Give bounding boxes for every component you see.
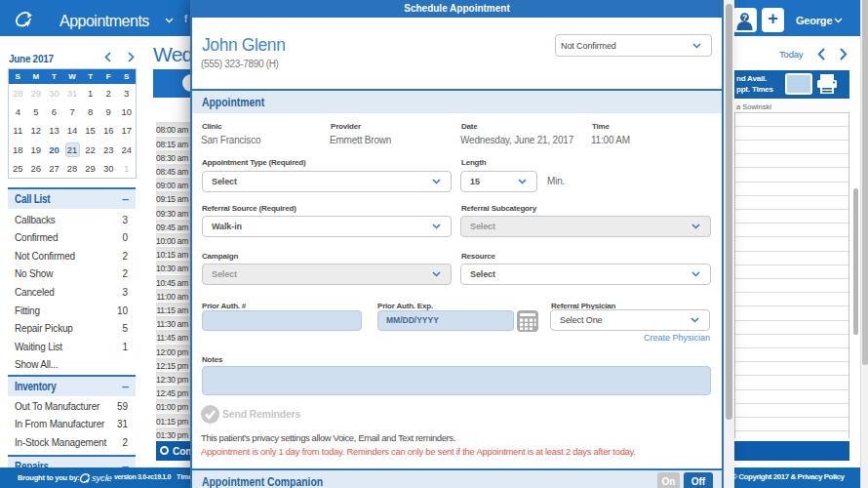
svg-text:?: ?: [742, 13, 748, 22]
